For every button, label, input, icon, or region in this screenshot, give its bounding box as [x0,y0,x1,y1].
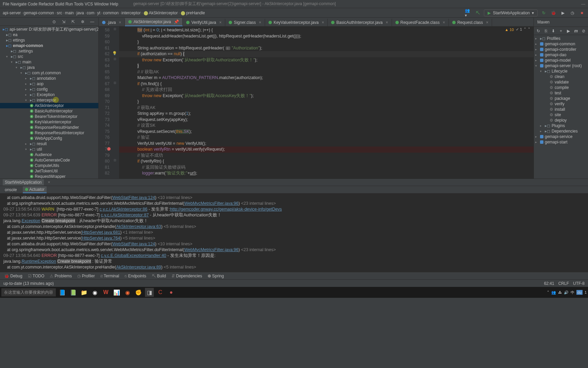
tree-node-10[interactable]: ▸▸◻aop [0,81,98,87]
error-count-icon[interactable]: ✓ 1 [516,27,522,32]
tree-node-24[interactable]: cAutoGenerateCode [0,157,98,163]
actuator-tab[interactable]: ⬢ Actuator [23,186,46,193]
tree-node-23[interactable]: cAudience [0,152,98,157]
close-tab-icon[interactable]: × [119,20,121,25]
tree-node-25[interactable]: cComputeUtils [0,163,98,168]
close-tab-icon[interactable]: × [322,20,324,25]
bottom-tab-debug[interactable]: 🐞 Debug [4,274,22,278]
taskbar-explorer[interactable]: 📁 [80,288,88,297]
crumb-0[interactable]: api-server [3,11,21,15]
tray-network-icon[interactable]: 🖧 [558,290,562,294]
collapse-icon[interactable]: ⇱ [70,18,77,25]
run-config-selector[interactable]: ▶ StartWebApplication ▾ [484,10,538,16]
tree-node-5[interactable]: ▾▸◻src [0,54,98,59]
tray-time[interactable]: 1 [585,290,587,294]
tree-node-19[interactable]: cResponseResultInterceptor [0,130,98,136]
tree-node-18[interactable]: cResponseResultHandler [0,125,98,130]
tree-node-21[interactable]: ▸▸◻result [0,141,98,147]
tree-node-7[interactable]: ▾▸◻java [0,65,98,70]
tree-node-1[interactable]: ▸◻ea [0,32,98,37]
close-tab-icon[interactable]: × [386,20,388,25]
debug-icon[interactable]: 🐞 [550,10,557,16]
menu-vcs[interactable]: VCS [85,2,93,6]
select-opened-icon[interactable]: ⊙ [51,18,58,25]
close-tab-icon[interactable]: × [486,20,488,25]
crumb-10[interactable]: ⬤ preHandle [181,11,205,15]
tree-node-2[interactable]: ▸◻ettings [0,37,98,43]
taskbar-app-1[interactable]: 📘 [58,288,67,297]
next-highlight-icon[interactable]: ˅ [528,27,530,32]
maven-exec-icon[interactable]: m [574,28,578,34]
maven-node-17[interactable]: ▸▸◻Dependencies [534,128,588,134]
prev-highlight-icon[interactable]: ˄ [524,27,526,32]
taskbar-postman[interactable]: ◉ [123,288,132,297]
file-encoding[interactable]: UTF-8 [573,281,585,286]
maven-node-4[interactable]: ▸gemapi-model [534,58,588,63]
menu-tools[interactable]: Tools [74,2,83,6]
rerun-icon[interactable]: ↻ [540,10,547,16]
taskbar-record[interactable]: ● [167,288,176,297]
maven-node-10[interactable]: ⚙test [534,90,588,96]
menu-code[interactable]: Code [28,2,37,6]
maven-node-18[interactable]: ▸gemapi-service [534,134,588,139]
editor-tab-6[interactable]: RequestFacade.class× [392,19,449,26]
code-body[interactable]: for (int i = 0; i < headersList.size(); … [119,27,534,179]
tree-node-12[interactable]: ▸▸◻Exception [0,92,98,97]
users-icon[interactable]: 👥▾ [465,10,472,16]
tree-node-15[interactable]: cBasicAuthInterceptor [0,108,98,114]
maven-node-6[interactable]: ▾▸◻Lifecycle [534,68,588,74]
maven-node-7[interactable]: ⚙clean [534,74,588,79]
taskbar-chrome[interactable]: ◉ [91,288,99,297]
taskbar-app-10[interactable]: C [156,288,165,297]
tree-node-8[interactable]: ▾▸◻com.yt.common [0,70,98,76]
crumb-4[interactable]: java [77,11,84,15]
bottom-tab-endpoints[interactable]: ⎋ Endpoints [125,274,146,278]
crumb-9[interactable]: ⬤ AkSkInterceptor [144,11,178,15]
maven-node-9[interactable]: ⚙compile [534,85,588,90]
tree-node-17[interactable]: cKeyValueInterceptor [0,119,98,125]
maven-node-1[interactable]: ▸gemapi-common [534,41,588,47]
maven-node-0[interactable]: ▸▸◻Profiles [534,36,588,41]
build-hammer-icon[interactable]: ⛏ [474,10,481,16]
bottom-tab-build[interactable]: ⛏ Build [152,274,166,278]
taskbar-search[interactable]: 在这里输入你要搜索的内容 [1,288,56,296]
maven-node-15[interactable]: ⚙deploy [534,118,588,123]
taskbar-excel[interactable]: 📊 [112,288,121,297]
crumb-8[interactable]: interceptor [121,11,141,15]
menu-build[interactable]: Build [55,2,64,6]
coverage-icon[interactable]: ▶ [559,10,566,16]
crumb-1[interactable]: gemapi-common [23,11,54,15]
tree-node-27[interactable]: cRequestWrapper [0,174,98,179]
tray-chevron-icon[interactable]: ˄ [547,290,549,295]
tree-node-14[interactable]: cAkSkInterceptor [0,103,98,108]
taskbar-intellij[interactable]: ◨ [145,288,154,297]
tray-volume-icon[interactable]: 🔊 [564,290,569,295]
crumb-2[interactable]: src [57,11,62,15]
maven-add-icon[interactable]: + [558,28,563,34]
bottom-tab-spring[interactable]: ⬢ Spring [208,274,224,278]
bottom-tab-dependencies[interactable]: ⇵ Dependencies [172,274,202,278]
console-tab[interactable]: onsole [3,187,19,193]
close-tab-icon[interactable]: × [259,20,261,25]
bottom-tab-profiler[interactable]: ◷ Profiler [77,274,95,278]
maven-node-19[interactable]: ▸gemapi-start [534,139,588,145]
hide-icon[interactable]: — [89,18,96,25]
editor-tab-7[interactable]: Request.class× [449,19,492,26]
line-separator[interactable]: CRLF [558,281,569,286]
menu-run[interactable]: Run [65,2,73,6]
profile-icon[interactable]: ◷ [569,10,576,16]
editor-tab-2[interactable]: VerifyUtil.java× [183,19,225,26]
maven-node-16[interactable]: ▸▸◻Plugins [534,123,588,128]
crumb-6[interactable]: yt [97,11,100,15]
editor-tab-1[interactable]: AkSkInterceptor.java📌 [125,18,183,26]
tray-ime[interactable]: 中 [571,290,574,295]
editor-tab-0[interactable]: .java× [99,19,125,26]
menu-refactor[interactable]: Refactor [38,2,54,6]
taskbar-app-8[interactable]: ✊ [134,288,143,297]
tree-node-4[interactable]: ▸◻.settings [0,48,98,54]
warning-count-icon[interactable]: ▲ 10 [505,28,514,32]
maven-node-14[interactable]: ⚙site [534,112,588,118]
maven-node-8[interactable]: ⚙validate [534,79,588,85]
console-output[interactable]: at com.alibaba.druid.support.http.WebSta… [0,194,588,272]
taskbar-app-2[interactable]: 📗 [69,288,78,297]
